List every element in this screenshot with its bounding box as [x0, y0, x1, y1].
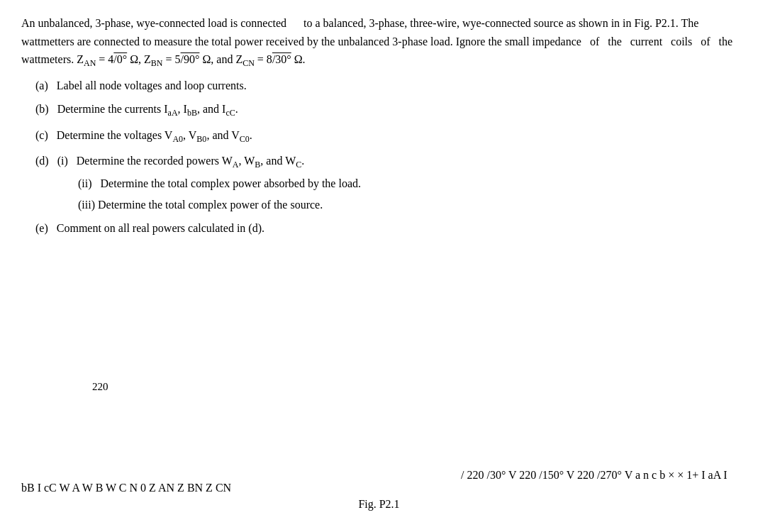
wire-N-ZBN: Fig. P2.1 — [21, 498, 737, 511]
source-x-a: × — [668, 469, 674, 481]
wire-ZCN-top: Fig. P2.1 — [21, 498, 737, 511]
problem-intro: An unbalanced, 3-phase, wye-connected lo… — [21, 14, 737, 71]
IbB-sub: bB — [21, 482, 35, 494]
ZCN-label: Z — [206, 482, 213, 494]
wa-label: W — [60, 482, 70, 494]
wire-c-src: Fig. P2.1 — [21, 498, 737, 511]
vcoil-wb: W C N 0 — [21, 482, 737, 511]
node-N-label: N — [130, 482, 138, 494]
corner-top-right: Fig. P2.1 — [21, 498, 737, 511]
part-a: (a) Label all node voltages and loop cur… — [35, 77, 737, 95]
IbB-arrow: I cC W A — [21, 482, 737, 511]
wire-top-ZAN2: Fig. P2.1 — [21, 498, 737, 511]
coil-wc: W C N 0 — [21, 482, 737, 511]
ZAN-label: Z — [149, 482, 156, 494]
problem-container: An unbalanced, 3-phase, wye-connected lo… — [21, 14, 737, 511]
source-1plus: 1+ — [686, 469, 698, 481]
wb-sub: B — [96, 482, 104, 494]
wire-load-bot: N 0 Z AN Z BN Z CN — [21, 482, 737, 511]
wire-ZBN-top: Fig. P2.1 — [21, 498, 737, 511]
vcoil-wc: N 0 Z AN Z BN Z CN — [21, 482, 737, 511]
node-a-label: a — [635, 469, 640, 481]
wattmeter-wc-box: W C N 0 — [21, 482, 737, 511]
wattmeter-wb-box: W B W C — [21, 482, 737, 511]
wire-ZAN-bot: Fig. P2.1 — [21, 498, 737, 511]
IcC-arrow: W A W B W C — [21, 482, 737, 511]
diagram-area: 220/ 220 /30° V 220 /150° V 220 /270° V — [21, 252, 737, 511]
wire-bot-horiz: I cC W A — [21, 482, 737, 511]
v2-unit: V — [567, 469, 574, 481]
v1-label: 220 — [467, 469, 484, 481]
part-e: (e) Comment on all real powers calculate… — [35, 219, 737, 238]
IbB-label: I — [723, 469, 727, 481]
IcC-sub: cC — [44, 482, 57, 494]
wire-load-mid: N 0 Z AN Z BN Z CN — [21, 482, 737, 511]
ZCN-rect: Z CN — [21, 482, 737, 511]
wire-ZAN-to-N: Fig. P2.1 — [21, 498, 737, 511]
wire-a-src: Fig. P2.1 — [21, 498, 737, 511]
vcoil-wc-line: Fig. P2.1 — [21, 498, 737, 511]
v1-unit: V — [508, 469, 516, 481]
node-0-label: 0 — [140, 482, 146, 494]
wire-top-ZAN: Fig. P2.1 — [21, 498, 737, 511]
part-c: (c) Determine the voltages VA0, VB0, and… — [35, 126, 737, 146]
wc-label: W — [106, 482, 116, 494]
wire-n-src-top: Fig. P2.1 — [21, 498, 737, 511]
coil-wa: W A W B W C — [21, 482, 737, 511]
wire-n-connect: W A W B W C — [21, 482, 737, 511]
wire-N-right: Fig. P2.1 — [21, 498, 737, 511]
wattmeter-wa-box: W A W B W C — [21, 482, 737, 511]
vcoil-wa: W B W C — [21, 482, 737, 511]
ZAN-rect: Z AN Z BN Z CN — [21, 482, 737, 511]
wire-load-top: N 0 Z AN Z BN Z CN — [21, 482, 737, 511]
circuit-diagram: 220 — [21, 252, 461, 479]
IaA-label: I — [701, 469, 705, 481]
node-N: N 0 Z AN Z BN Z CN — [21, 482, 737, 511]
node-0-dot: Fig. P2.1 — [21, 498, 737, 511]
vcoil-wb-line: Fig. P2.1 — [21, 498, 737, 511]
node-n-label: n — [643, 469, 649, 481]
wire-a-bottom-seg: Fig. P2.1 — [21, 498, 737, 511]
wire-ZCN-bot: Fig. P2.1 — [21, 498, 737, 511]
wb-label: W — [82, 482, 93, 494]
vcoil-wa-line: Fig. P2.1 — [21, 498, 737, 511]
ZBN-sub: BN — [187, 482, 203, 494]
wire-load-top-down: N 0 Z AN Z BN Z CN — [21, 482, 737, 511]
ZBN-label: Z — [177, 482, 184, 494]
vcoil-connect: Fig. P2.1 — [21, 498, 737, 511]
wire-source-c-mid: Fig. P2.1 — [21, 498, 737, 511]
node-b-label: b — [659, 469, 665, 481]
coil-wb: W B W C — [21, 482, 737, 511]
wire-load-bot-up: N 0 Z AN Z BN Z CN — [21, 482, 737, 511]
voltage-220-30-label: 220 — [92, 381, 108, 392]
IaA-sub: aA — [708, 469, 721, 481]
v3-label: 220 — [577, 469, 594, 481]
part-d: (d) (i) Determine the recorded powers WA… — [35, 152, 737, 214]
source-x-c: × — [677, 469, 684, 481]
v3-unit: V — [625, 469, 632, 481]
ZCN-sub: CN — [216, 482, 231, 494]
node-c-label: c — [652, 469, 657, 481]
ZBN-rect: Z BN Z CN — [21, 482, 737, 511]
part-b: (b) Determine the currents IaA, IbB, and… — [35, 100, 737, 120]
fig-label: Fig. P2.1 — [21, 498, 737, 511]
wire-n-src-bot: Fig. P2.1 — [21, 498, 737, 511]
wc-sub: C — [119, 482, 127, 494]
wa-sub: A — [72, 482, 79, 494]
wire-bot-loads: Fig. P2.1 — [21, 498, 737, 511]
wire-c-top: W A W B W C — [21, 482, 737, 511]
wire-ZBN-bot: Fig. P2.1 — [21, 498, 737, 511]
IcC-label: I — [38, 482, 41, 494]
ZAN-sub: AN — [158, 482, 174, 494]
wire-source-a-mid: Fig. P2.1 — [21, 498, 737, 511]
wire-c-mid: W A W B W C — [21, 482, 737, 511]
v2-label: 220 — [519, 469, 536, 481]
